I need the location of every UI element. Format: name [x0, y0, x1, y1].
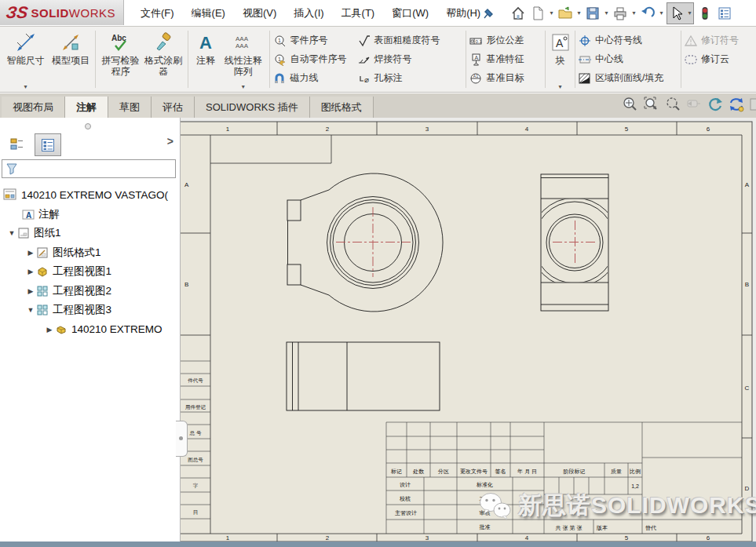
panel-splitter-dot[interactable]	[85, 123, 91, 129]
tree-item-sheet-format1[interactable]: ▶ 图纸格式1	[0, 243, 180, 263]
tree-item-view2[interactable]: ▶ 工程图视图2	[0, 282, 180, 301]
drawing-view-icon	[36, 285, 49, 297]
tab-sheet-format[interactable]: 图纸格式	[310, 97, 374, 118]
svg-text:A: A	[199, 33, 212, 53]
auto-balloon-button[interactable]: 1自动零件序号	[273, 51, 357, 67]
tree-item-sheet1[interactable]: ▼ 图纸1	[0, 224, 180, 243]
feature-tree-tab[interactable]	[5, 133, 30, 155]
margin-label: 件代号	[188, 377, 203, 383]
svg-text:更改文件号: 更改文件号	[460, 468, 488, 475]
home-icon[interactable]	[509, 3, 528, 24]
redraw-icon[interactable]	[707, 96, 724, 113]
tree-item-view3[interactable]: ▼ 工程图视图3	[0, 301, 180, 320]
pin-menu-icon[interactable]	[480, 5, 496, 21]
select-tool[interactable]: ▾	[667, 2, 694, 24]
tree-filter-input[interactable]	[2, 159, 176, 178]
balloon-button[interactable]: 1零件序号	[273, 32, 357, 49]
feature-tree: 140210 EXTREMO VASTAGO( A 注解 ▼ 图纸1 ▶ 图纸格…	[0, 185, 180, 339]
drawing-sheet[interactable]: 1 2 3 4 5 6 1 2 3 4 5 6 A B	[181, 118, 756, 547]
display-pane-tab[interactable]	[35, 133, 61, 156]
datum-target-button[interactable]: A1基准目标	[469, 70, 542, 86]
spell-checker-button[interactable]: Abc 拼写检验程序	[99, 27, 142, 92]
graphics-area[interactable]: 1 2 3 4 5 6 1 2 3 4 5 6 A B	[181, 118, 756, 547]
zoom-fit-icon[interactable]	[622, 96, 639, 113]
revision-symbol-button[interactable]: 修订符号	[685, 32, 756, 49]
tab-evaluate[interactable]: 评估	[152, 97, 195, 118]
expander-collapsed[interactable]: ▶	[25, 268, 36, 275]
select-dropdown[interactable]: ▾	[686, 9, 693, 16]
menu-insert[interactable]: 插入(I)	[285, 0, 332, 26]
save-icon[interactable]	[583, 3, 602, 24]
save-dropdown[interactable]: ▾	[603, 9, 610, 16]
status-bar-edge	[0, 542, 756, 547]
svg-text:A: A	[26, 210, 31, 219]
print-icon[interactable]	[611, 3, 630, 24]
svg-text:质量: 质量	[611, 469, 622, 475]
expander-collapsed[interactable]: ▶	[25, 287, 36, 295]
revision-cloud-button[interactable]: 修订云	[685, 51, 756, 67]
model-items-button[interactable]: 模型项目	[49, 27, 92, 92]
block-dropdown[interactable]: ▾	[559, 83, 562, 90]
zoom-area-icon[interactable]	[643, 96, 660, 113]
collapse-panel-chevron[interactable]: >	[167, 135, 173, 148]
datum-feature-button[interactable]: A基准特征	[469, 51, 542, 67]
tab-sketch[interactable]: 草图	[108, 97, 152, 118]
expander-expanded[interactable]: ▼	[25, 306, 36, 314]
menu-tools[interactable]: 工具(T)	[333, 0, 384, 26]
performance-light-icon[interactable]	[696, 3, 714, 24]
options-list-icon[interactable]	[715, 3, 734, 24]
tab-solidworks-addins[interactable]: SOLIDWORKS 插件	[195, 97, 310, 118]
centerline-button[interactable]: 中心线	[579, 51, 677, 67]
main-area: > 140210 EXTREMO VASTAGO( A 注解 ▼ 图纸1	[0, 118, 756, 547]
model-items-icon	[60, 31, 82, 54]
expander-expanded[interactable]: ▼	[6, 229, 17, 237]
smart-dimension-button[interactable]: 智能尺寸 ▾	[2, 27, 49, 92]
select-cursor-icon[interactable]	[667, 3, 686, 24]
tab-annotation[interactable]: 注解	[65, 97, 108, 118]
area-hatch-button[interactable]: 区域剖面线/填充	[579, 70, 677, 86]
print-dropdown[interactable]: ▾	[630, 9, 637, 16]
smart-dimension-dropdown[interactable]: ▾	[24, 83, 27, 90]
menu-edit[interactable]: 编辑(E)	[183, 0, 234, 26]
update-sheet-icon[interactable]	[728, 96, 745, 113]
tree-item-annotations[interactable]: A 注解	[0, 205, 180, 224]
tree-item-root[interactable]: 140210 EXTREMO VASTAGO(	[0, 185, 180, 205]
open-dropdown[interactable]: ▾	[575, 9, 583, 16]
magnetic-line-button[interactable]: 磁力线	[273, 70, 357, 86]
feature-manager-panel: > 140210 EXTREMO VASTAGO( A 注解 ▼ 图纸1	[0, 118, 181, 547]
menu-view[interactable]: 视图(V)	[234, 0, 285, 26]
margin-label: 日	[193, 509, 199, 515]
open-icon[interactable]	[556, 3, 575, 24]
hole-callout-button[interactable]: ⌀孔标注	[358, 70, 463, 86]
center-mark-button[interactable]: 中心符号线	[579, 32, 677, 49]
zoom-selection-icon[interactable]	[664, 96, 681, 113]
note-button[interactable]: A 注释	[192, 27, 220, 92]
previous-view-icon[interactable]	[685, 96, 703, 113]
zone-number: 4	[525, 534, 529, 542]
menu-file[interactable]: 文件(F)	[132, 0, 183, 26]
tree-item-part[interactable]: ▶ 140210 EXTREMO	[0, 320, 180, 340]
linear-note-pattern-dropdown[interactable]: ▾	[242, 83, 245, 90]
solidworks-logo: ЗS SOLIDWORKS	[0, 0, 124, 25]
feature-tree-icon	[10, 137, 24, 151]
part-icon	[55, 323, 68, 336]
format-painter-button[interactable]: 格式涂刷器	[142, 27, 184, 92]
revision-group: 修订符号 修订云	[685, 27, 756, 92]
undo-icon[interactable]	[638, 3, 657, 24]
panel-splitter-handle[interactable]	[176, 421, 188, 457]
linear-note-pattern-button[interactable]: AAAAAA 线性注释阵列 ▾	[220, 27, 266, 92]
geometric-tolerance-button[interactable]: 0.1形位公差	[469, 32, 542, 49]
expander-collapsed[interactable]: ▶	[25, 249, 36, 257]
block-button[interactable]: A 块 ▾	[549, 27, 572, 92]
surface-finish-button[interactable]: 表面粗糙度符号	[358, 32, 463, 49]
tree-item-view1[interactable]: ▶ 工程图视图1	[0, 262, 180, 282]
clipped-toolbar-icon[interactable]	[749, 96, 756, 113]
new-dropdown[interactable]: ▾	[548, 9, 555, 16]
watermark: 新思诺SOLIDWORKS服务	[479, 490, 756, 522]
new-document-icon[interactable]	[528, 3, 547, 24]
undo-dropdown[interactable]: ▾	[658, 9, 665, 16]
weld-symbol-button[interactable]: 焊接符号	[358, 51, 463, 67]
tab-view-layout[interactable]: 视图布局	[2, 97, 65, 118]
expander-collapsed[interactable]: ▶	[44, 326, 55, 334]
menu-window[interactable]: 窗口(W)	[383, 0, 437, 26]
